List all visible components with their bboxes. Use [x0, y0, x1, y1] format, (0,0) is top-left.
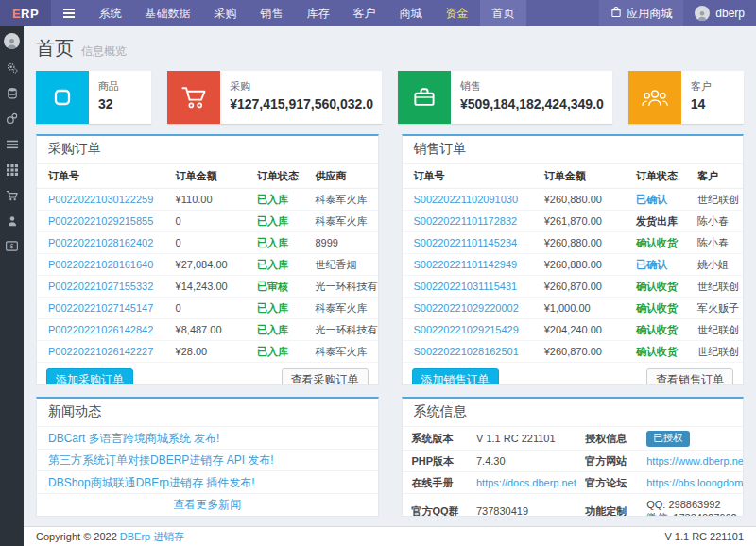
forum-link[interactable]: https://bbs.loongdom.cn/: [646, 477, 743, 488]
nav-item-system[interactable]: 系统: [87, 0, 133, 26]
col-header-status: 订单状态: [251, 164, 309, 189]
sys-value-custom-contact: QQ: 298863992 微信: 17334027662: [637, 494, 743, 518]
table-row: S00220221028162501¥260,870.00确认收货世纪联创: [403, 341, 744, 363]
status-badge: 已入库: [251, 232, 309, 254]
user-icon[interactable]: [0, 208, 24, 233]
news-link[interactable]: 第三方系统订单对接DBERP进销存 API 发布!: [37, 450, 378, 472]
order-amount: ¥204,240.00: [539, 319, 630, 341]
sys-value-qq-group: 737830419: [467, 494, 576, 518]
status-badge: 确认收货: [630, 341, 692, 363]
stat-card-customers[interactable]: 客户 14: [628, 71, 744, 124]
sys-label: 官方论坛: [576, 472, 637, 494]
view-purchase-orders-button[interactable]: 查看采购订单: [282, 368, 369, 385]
table-row: S00220221029215429¥204,240.00确认收货世纪联创: [403, 319, 744, 341]
page-subtitle: 信息概览: [81, 43, 127, 60]
database-icon[interactable]: [0, 80, 24, 106]
customer-name: 世纪联创: [692, 341, 743, 363]
copyright: Copyright © 2022 DBErp 进销存: [36, 530, 184, 544]
supplier-name: 光一环科技有限公司: [309, 276, 377, 298]
order-id-link[interactable]: S00220221101142949: [403, 254, 539, 276]
sys-label: 功能定制: [576, 494, 637, 518]
order-id-link[interactable]: P00220221028162402: [37, 232, 170, 254]
erp-logo[interactable]: ERP: [0, 0, 51, 26]
cart-icon[interactable]: [0, 182, 24, 208]
svg-text:$: $: [9, 242, 14, 250]
nav-item-sales[interactable]: 销售: [249, 0, 295, 26]
status-badge: 已确认: [630, 254, 692, 276]
money-icon[interactable]: $: [0, 233, 24, 259]
nav-item-mall[interactable]: 商城: [387, 0, 434, 26]
user-menu[interactable]: dberp: [683, 0, 756, 26]
status-badge: 已入库: [251, 319, 309, 341]
coins-icon[interactable]: [0, 106, 24, 131]
order-id-link[interactable]: S00220221101172832: [403, 211, 539, 232]
sidebar-avatar[interactable]: [4, 33, 20, 49]
status-badge: 发货出库: [630, 211, 692, 232]
order-amount: ¥27,084.00: [170, 254, 252, 276]
order-id-link[interactable]: P00220221027145147: [37, 298, 170, 319]
nav-item-base-data[interactable]: 基础数据: [133, 0, 202, 26]
briefcase-icon: [398, 71, 451, 124]
order-id-link[interactable]: S00220221029215429: [403, 319, 539, 341]
col-header-customer: 客户: [692, 164, 743, 189]
grid-icon[interactable]: [0, 157, 24, 182]
dberp-link[interactable]: DBErp 进销存: [120, 531, 184, 542]
more-news-link[interactable]: 查看更多新闻: [37, 494, 378, 516]
order-id-link[interactable]: P00220221026142227: [37, 341, 170, 363]
order-id-link[interactable]: P00220221026142842: [37, 319, 170, 341]
panel-title: 系统信息: [403, 399, 744, 427]
order-amount: 0: [170, 232, 252, 254]
stat-card-products[interactable]: 商品 32: [36, 71, 151, 124]
list-icon[interactable]: [0, 131, 24, 157]
order-id-link[interactable]: S00220221031115431: [403, 276, 539, 298]
authorized-badge: 已授权: [646, 431, 690, 447]
order-id-link[interactable]: P00220221030122259: [37, 189, 170, 211]
col-header-status: 订单状态: [630, 164, 692, 189]
order-id-link[interactable]: P00220221029215855: [37, 211, 170, 232]
order-id-link[interactable]: P00220221028161640: [37, 254, 170, 276]
nav-item-funds[interactable]: 资金: [434, 0, 480, 26]
docs-link[interactable]: https://docs.dberp.net/: [476, 477, 576, 488]
nav-item-inventory[interactable]: 库存: [295, 0, 341, 26]
page-header: 首页 信息概览: [36, 36, 744, 61]
stat-label: 商品: [98, 79, 119, 94]
status-badge: 确认收货: [630, 232, 692, 254]
news-link[interactable]: DBCart 多语言跨境商城系统 发布!: [37, 427, 378, 450]
customer-name: 军火贩子: [692, 298, 743, 319]
table-row: S00220221102091030¥260,880.00已确认世纪联创: [403, 189, 744, 211]
table-row: 系统版本 V 1.1 RC 221101 授权信息 已授权: [403, 427, 744, 451]
customer-name: 陈小春: [692, 232, 743, 254]
nav-item-purchase[interactable]: 采购: [202, 0, 249, 26]
table-row: 在线手册 https://docs.dberp.net/ 官方论坛 https:…: [403, 472, 744, 494]
order-id-link[interactable]: S00220221101145234: [403, 232, 539, 254]
stat-card-sales[interactable]: 销售 ¥509,184,182,424,349.0: [398, 71, 612, 124]
add-sales-order-button[interactable]: 添加销售订单: [412, 368, 499, 385]
sales-orders-panel: 销售订单 订单号 订单金额 订单状态 客户 S00220221102091030…: [402, 134, 745, 385]
view-sales-orders-button[interactable]: 查看销售订单: [646, 368, 733, 385]
app-store-button[interactable]: 应用商城: [599, 0, 683, 26]
sidebar-toggle-icon[interactable]: [51, 0, 87, 26]
supplier-name: 科泰军火库: [309, 211, 377, 232]
stat-card-purchase[interactable]: 采购 ¥127,415,917,560,032.0: [167, 71, 382, 124]
navbar-right: 应用商城 dberp: [599, 0, 756, 26]
order-id-link[interactable]: S00220221029220002: [403, 298, 539, 319]
order-id-link[interactable]: P00220221027155332: [37, 276, 170, 298]
customer-name: 姚小姐: [692, 254, 743, 276]
official-site-link[interactable]: https://www.dberp.net/: [646, 455, 743, 467]
add-purchase-order-button[interactable]: 添加采购订单: [46, 368, 133, 385]
customer-name: 陈小春: [692, 211, 743, 232]
stat-value: ¥127,415,917,560,032.0: [230, 96, 373, 111]
order-id-link[interactable]: S00220221028162501: [403, 341, 539, 363]
table-row: P002202210292158550已入库科泰军火库: [37, 211, 378, 232]
nav-item-home[interactable]: 首页: [480, 0, 526, 26]
customer-name: 世纪联创: [692, 276, 743, 298]
col-header-amount: 订单金额: [539, 164, 630, 189]
stat-value: ¥509,184,182,424,349.0: [460, 96, 604, 111]
news-link[interactable]: DBShop商城联通DBErp进销存 插件发布!: [37, 471, 378, 494]
order-id-link[interactable]: S00220221102091030: [403, 189, 539, 211]
cogs-icon[interactable]: [0, 55, 24, 80]
customer-name: 世纪联创: [692, 189, 743, 211]
order-amount: ¥260,880.00: [539, 232, 630, 254]
table-row: P00220221026142842¥8,487.00已入库光一环科技有限公司: [37, 319, 378, 341]
nav-item-customer[interactable]: 客户: [341, 0, 387, 26]
